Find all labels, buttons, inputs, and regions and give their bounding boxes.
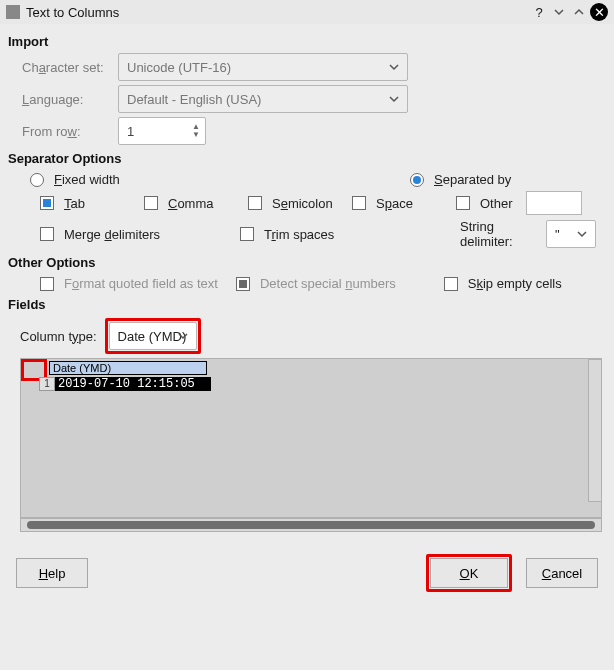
spinner-stepper: ▲▼ [189, 119, 203, 143]
separator-heading: Separator Options [8, 151, 606, 166]
other-checkbox[interactable] [456, 196, 470, 210]
maximize-window-button[interactable] [570, 3, 588, 21]
charset-combo: Unicode (UTF-16) [118, 53, 408, 81]
fromrow-label: From row: [22, 124, 118, 139]
import-heading: Import [8, 34, 606, 49]
space-label: Space [376, 196, 413, 211]
preview-row-number: 1 [39, 377, 55, 391]
string-delimiter-combo[interactable]: " [546, 220, 596, 248]
skip-empty-label: Skip empty cells [468, 276, 562, 291]
fixed-width-radio[interactable] [30, 173, 44, 187]
fromrow-spinner: 1 ▲▼ [118, 117, 206, 145]
tab-checkbox[interactable] [40, 196, 54, 210]
detect-numbers-checkbox[interactable] [236, 277, 250, 291]
ok-button-highlight: OK [426, 554, 512, 592]
preview-column-header[interactable]: Date (YMD) [49, 361, 207, 375]
column-type-label: Column type: [20, 329, 97, 344]
separated-by-label: Separated by [434, 172, 511, 187]
titlebar: Text to Columns ? ✕ [0, 0, 614, 24]
column-type-value: Date (YMD) [118, 329, 187, 344]
chevron-down-icon [577, 229, 587, 239]
trim-spaces-label: Trim spaces [264, 227, 334, 242]
fields-preview[interactable]: Date (YMD) 1 2019-07-10 12:15:05 [20, 358, 602, 518]
string-delimiter-value: " [555, 227, 560, 242]
column-type-combo[interactable]: Date (YMD) [109, 322, 197, 350]
chevron-down-icon [389, 94, 399, 104]
format-quoted-label: Format quoted field as text [64, 276, 218, 291]
skip-empty-checkbox[interactable] [444, 277, 458, 291]
help-window-button[interactable]: ? [530, 3, 548, 21]
semicolon-checkbox[interactable] [248, 196, 262, 210]
string-delimiter-label: String delimiter: [460, 219, 536, 249]
comma-label: Comma [168, 196, 214, 211]
trim-spaces-checkbox[interactable] [240, 227, 254, 241]
detect-numbers-label: Detect special numbers [260, 276, 396, 291]
preview-horizontal-scrollbar[interactable] [20, 518, 602, 532]
help-button[interactable]: Help [16, 558, 88, 588]
app-icon [6, 5, 20, 19]
fromrow-value: 1 [127, 124, 134, 139]
format-quoted-checkbox[interactable] [40, 277, 54, 291]
tab-label: Tab [64, 196, 85, 211]
preview-vertical-scrollbar[interactable] [588, 359, 602, 502]
separated-by-radio[interactable] [410, 173, 424, 187]
cancel-button[interactable]: Cancel [526, 558, 598, 588]
close-window-button[interactable]: ✕ [590, 3, 608, 21]
semicolon-label: Semicolon [272, 196, 333, 211]
space-checkbox[interactable] [352, 196, 366, 210]
merge-delimiters-checkbox[interactable] [40, 227, 54, 241]
charset-value: Unicode (UTF-16) [127, 60, 231, 75]
comma-checkbox[interactable] [144, 196, 158, 210]
scrollbar-thumb[interactable] [27, 521, 595, 529]
column-type-highlight: Date (YMD) [105, 318, 201, 354]
window-title: Text to Columns [26, 5, 528, 20]
language-value: Default - English (USA) [127, 92, 261, 107]
charset-label: Character set: [22, 60, 118, 75]
merge-delimiters-label: Merge delimiters [64, 227, 160, 242]
other-options-heading: Other Options [8, 255, 606, 270]
chevron-down-icon [554, 7, 564, 17]
other-label: Other [480, 196, 513, 211]
chevron-up-icon [574, 7, 584, 17]
fixed-width-label: Fixed width [54, 172, 120, 187]
minimize-window-button[interactable] [550, 3, 568, 21]
preview-cell: 2019-07-10 12:15:05 [55, 377, 211, 391]
language-combo: Default - English (USA) [118, 85, 408, 113]
fields-heading: Fields [8, 297, 606, 312]
language-label: Language: [22, 92, 118, 107]
chevron-down-icon [389, 62, 399, 72]
other-separator-input[interactable] [526, 191, 582, 215]
ok-button[interactable]: OK [430, 558, 508, 588]
